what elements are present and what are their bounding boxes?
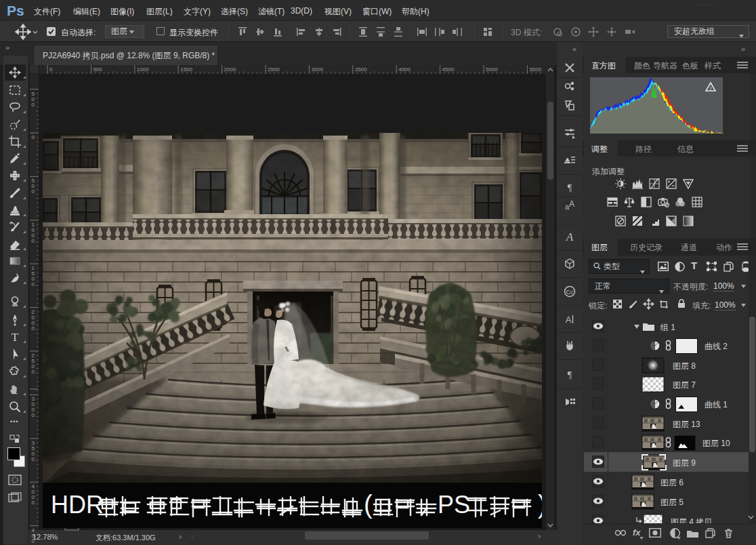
svg-text:500: 500: [93, 66, 102, 73]
svg-text:0: 0: [32, 188, 35, 195]
svg-text:2000: 2000: [224, 66, 236, 73]
svg-text:PS: PS: [438, 491, 470, 519]
svg-text:!: !: [710, 85, 711, 92]
svg-text:¶: ¶: [568, 183, 572, 193]
svg-text:(: (: [364, 490, 373, 519]
svg-text:A: A: [566, 315, 572, 325]
svg-text:0: 0: [32, 412, 35, 418]
svg-text:1500: 1500: [180, 66, 192, 73]
svg-text:0: 0: [32, 500, 35, 506]
svg-text:0: 0: [32, 102, 35, 108]
svg-text:0: 0: [32, 134, 35, 140]
svg-text:A: A: [569, 199, 574, 209]
svg-text:¶: ¶: [568, 370, 572, 380]
svg-text:2500: 2500: [268, 66, 280, 73]
svg-text:A: A: [566, 230, 574, 243]
svg-text:3500: 3500: [355, 66, 367, 73]
svg-text:0: 0: [32, 238, 35, 244]
svg-text:5000: 5000: [486, 66, 498, 73]
svg-text:1000: 1000: [137, 66, 149, 73]
svg-text:0: 0: [32, 369, 35, 375]
svg-text:0: 0: [49, 66, 53, 73]
svg-text:0: 0: [32, 281, 35, 287]
svg-text:0: 0: [32, 456, 35, 462]
svg-text:): ): [538, 490, 542, 519]
svg-text:4500: 4500: [442, 66, 455, 73]
svg-text:Cc: Cc: [566, 289, 574, 296]
svg-text:3000: 3000: [311, 66, 323, 73]
svg-text:5500: 5500: [529, 66, 541, 73]
svg-text:HDR: HDR: [51, 491, 104, 519]
svg-text:T: T: [12, 331, 19, 344]
svg-text:4000: 4000: [398, 66, 411, 73]
svg-text:0: 0: [32, 325, 35, 331]
